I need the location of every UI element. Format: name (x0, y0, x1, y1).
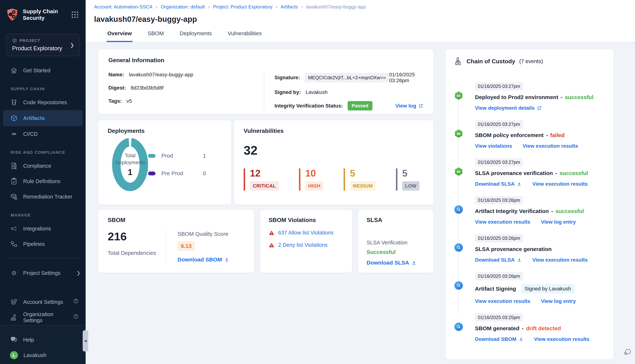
download-icon (519, 337, 523, 342)
module-grid-icon[interactable] (71, 11, 79, 19)
sidebar-item-pipelines[interactable]: Pipelines (0, 236, 86, 252)
view-execution-results-link[interactable]: View execution results (475, 219, 530, 225)
help-button[interactable]: ? Help (0, 332, 86, 348)
breadcrumb-current: lavakush07/easy-buggy-app (306, 4, 366, 10)
breadcrumb-organization[interactable]: Organization: default (161, 4, 205, 10)
download-sbom-link[interactable]: Download SBOM (475, 336, 523, 342)
general-information-card: General Information Name: lavakush07/eas… (98, 49, 434, 114)
deployments-donut-chart: Total Deployments 1 (112, 138, 148, 191)
severity-high: 10 HIGH (299, 168, 323, 190)
event-timestamp: 01/16/2025 03:26pm (475, 196, 523, 204)
artifact-tags-row: Tags: v5 (108, 98, 264, 104)
download-slsa-link[interactable]: Download SLSA (367, 260, 416, 266)
breadcrumb-artifacts[interactable]: Artifacts (281, 4, 298, 10)
warning-triangle-icon (269, 242, 275, 248)
sidebar-item-code-repositories[interactable]: Code Repositories (0, 95, 86, 110)
artifact-digest-value: 8d23bd3b5d8f (131, 85, 163, 91)
download-icon (517, 258, 522, 262)
project-label: PROJECT (20, 38, 40, 43)
content: General Information Name: lavakush07/eas… (86, 42, 635, 364)
allow-list-violations-link[interactable]: 637 Allow list Violations (278, 230, 333, 236)
view-execution-results-link[interactable]: View execution results (532, 257, 588, 263)
view-execution-results-link[interactable]: View execution results (475, 298, 530, 304)
view-violations-link[interactable]: View violations (475, 143, 512, 149)
legend-item-prod: Prod 1 (148, 153, 206, 159)
download-icon (224, 257, 229, 262)
event-timestamp: 01/16/2025 03:25pm (475, 313, 523, 322)
nav-section-supply-chain: SUPPLY CHAIN (0, 86, 86, 91)
artifact-tags-value: v5 (127, 98, 132, 104)
cicd-infinity-icon (10, 130, 18, 138)
sidebar-item-compliance[interactable]: Compliance (0, 158, 86, 174)
signed-by-badge: Signed by Lavakush (521, 284, 574, 294)
sidebar-item-organization-settings[interactable]: Organization Settings (0, 310, 86, 325)
sidebar-item-account-settings[interactable]: Account Settings (0, 294, 86, 310)
scan-circle-icon (454, 205, 463, 214)
timeline-event-sbom-generated: 01/16/2025 03:25pm SBOM generated - drif… (454, 313, 605, 342)
slsa-card: SLSA SLSA Verification Successful Downlo… (358, 210, 434, 273)
sbom-quality-score-value: 6.13 (177, 241, 195, 251)
severity-low: 5 LOW (396, 168, 419, 190)
general-information-title: General Information (108, 57, 423, 64)
event-timestamp: 01/16/2025 03:27pm (475, 158, 523, 166)
chain-of-custody-card: Chain of Custody (7 events) ∞ 01/16/2025… (445, 49, 614, 360)
sidebar-item-artifacts[interactable]: Artifacts (3, 110, 83, 126)
view-log-link[interactable]: View log (395, 103, 423, 109)
view-log-entry-link[interactable]: View log entry (541, 298, 576, 304)
sidebar-collapse-handle[interactable]: ◀ (83, 330, 88, 352)
event-timestamp: 01/16/2025 03:26pm (475, 234, 523, 242)
sidebar: Supply Chain Security PROJECT Product Ex… (0, 0, 86, 364)
view-execution-results-link[interactable]: View execution results (534, 336, 589, 342)
tab-deployments[interactable]: Deployments (179, 30, 213, 42)
artifacts-cube-icon (10, 114, 18, 122)
view-execution-results-link[interactable]: View execution results (532, 181, 588, 187)
download-slsa-link[interactable]: Download SLSA (475, 257, 522, 263)
deployments-title: Deployments (108, 128, 222, 134)
info-icon (73, 314, 81, 321)
chat-support-icon[interactable] (623, 348, 632, 357)
sidebar-item-remediation-tracker[interactable]: Remediation Tracker (0, 189, 86, 204)
tab-sbom[interactable]: SBOM (147, 30, 164, 42)
breadcrumb-separator-icon: › (301, 4, 303, 10)
chevron-right-icon: ❯ (70, 42, 74, 48)
slsa-title: SLSA (367, 217, 425, 224)
sidebar-item-get-started[interactable]: Get Started (0, 63, 86, 78)
rule-definitions-clipboard-icon (10, 178, 18, 185)
view-execution-results-link[interactable]: View execution results (523, 143, 578, 149)
timeline-event-sbom-policy: ∞ 01/16/2025 03:27pm SBOM policy enforce… (454, 120, 605, 149)
event-timestamp: 01/16/2025 03:27pm (475, 120, 523, 128)
status-badge-passed: Passed (348, 101, 372, 110)
timeline-event-artifact-integrity: 01/16/2025 03:26pm Artifact Integrity Ve… (454, 196, 605, 225)
sbom-card: SBOM 216 Total Dependencies SBOM Quality… (98, 210, 254, 273)
gear-icon (10, 269, 18, 277)
download-sbom-link[interactable]: Download SBOM (177, 256, 229, 263)
sbom-violations-title: SBOM Violations (269, 217, 344, 224)
sidebar-item-project-settings[interactable]: Project Settings ❯ (0, 265, 86, 281)
timeline-event-artifact-signing: 01/16/2025 03:26pm Artifact Signing Sign… (454, 272, 605, 304)
signed-by-value: Lavakush (306, 89, 328, 95)
breadcrumb-account[interactable]: Account: Automation-SSCA (94, 4, 152, 10)
download-slsa-link[interactable]: Download SLSA (475, 181, 522, 187)
tab-overview[interactable]: Overview (107, 30, 132, 42)
vulnerabilities-card: Vulnerabilities 32 12 CRITICAL 10 HIGH 5 (234, 120, 434, 205)
breadcrumb-project[interactable]: Project: Product Exploratory (213, 4, 273, 10)
breadcrumb: Account: Automation-SSCA › Organization:… (94, 4, 635, 10)
project-selector[interactable]: PROJECT Product Exploratory ❯ (6, 34, 79, 56)
view-deployment-details-link[interactable]: View deployment details (475, 105, 542, 111)
external-link-icon (537, 106, 542, 110)
scan-circle-icon (454, 243, 463, 252)
user-menu[interactable]: L Lavakush (0, 348, 86, 363)
severity-medium: 5 MEDIUM (344, 168, 375, 190)
tab-vulnerabilities[interactable]: Vulnerabilities (227, 30, 263, 42)
deny-list-violations-link[interactable]: 2 Deny list Violations (278, 242, 328, 248)
view-log-entry-link[interactable]: View log entry (541, 219, 576, 225)
donut-center-label: Total Deployments (115, 152, 145, 166)
sidebar-header: Supply Chain Security (0, 0, 86, 21)
page-header: Account: Automation-SSCA › Organization:… (86, 0, 635, 42)
sidebar-item-integrations[interactable]: Integrations (0, 221, 86, 236)
severity-critical: 12 CRITICAL (244, 168, 279, 190)
sidebar-item-rule-definitions[interactable]: Rule Definitions (0, 174, 86, 189)
sidebar-item-cicd[interactable]: CI/CD (0, 126, 86, 142)
main-area: Account: Automation-SSCA › Organization:… (86, 0, 635, 364)
vulnerabilities-total: 32 (244, 143, 424, 158)
